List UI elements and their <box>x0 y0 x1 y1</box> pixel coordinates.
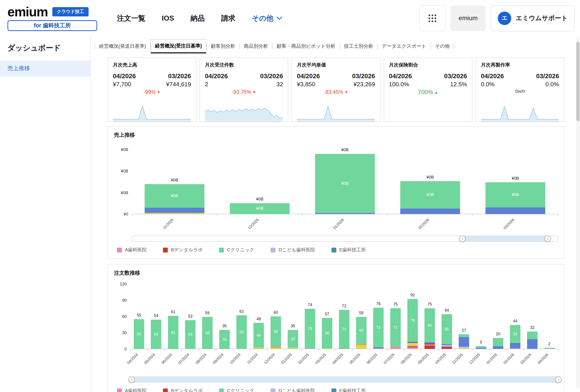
kpi-card: 月次受注件数04/202603/2026232-93.75%▼ <box>200 58 289 122</box>
kpi-value-previous: ¥23,269 <box>353 81 375 88</box>
legend-item[interactable]: A歯科医院 <box>117 388 146 392</box>
slider-handle-right[interactable] <box>544 235 551 242</box>
svg-text:02/2025: 02/2025 <box>297 353 310 365</box>
apps-grid-button[interactable] <box>419 5 445 31</box>
slider-handle-left[interactable] <box>459 235 465 242</box>
tab-item[interactable]: 技工士別分析 <box>340 40 377 53</box>
kpi-sparkline <box>389 104 467 122</box>
legend-label: E歯科技工所 <box>339 388 366 392</box>
nav-item[interactable]: その他 <box>252 13 281 23</box>
svg-text:11/2025: 11/2025 <box>162 218 174 230</box>
svg-text:44: 44 <box>513 319 517 323</box>
kpi-change-indicator: -83.45%▼ <box>297 89 375 96</box>
svg-text:¥0B: ¥0B <box>170 178 178 182</box>
kpi-change-indicator: -99%▼ <box>113 89 191 96</box>
kpi-period-current: 04/2026 <box>113 73 136 80</box>
sidebar-item-sales-trend[interactable]: 売上推移 <box>0 60 91 77</box>
legend-item[interactable]: Bデンタルラボ <box>163 247 203 253</box>
tab-divider <box>454 43 454 49</box>
svg-text:71: 71 <box>342 327 346 331</box>
svg-text:03/2026: 03/2026 <box>520 353 532 365</box>
tab-item[interactable]: 顧客別分析 <box>207 40 239 53</box>
logo[interactable]: emium クラウド技工 for 歯科技工所 <box>7 5 107 31</box>
tab-item[interactable]: 経営概況(発送日基準) <box>95 40 150 53</box>
kpi-period-row: 04/202603/2026 <box>389 73 467 80</box>
svg-text:12/2025: 12/2025 <box>468 353 481 365</box>
svg-text:¥0B: ¥0B <box>341 181 349 186</box>
slider-handle-left[interactable] <box>129 376 135 383</box>
svg-text:48: 48 <box>257 317 261 321</box>
page-scrollbar[interactable] <box>576 37 580 389</box>
workspace-button-label: emium <box>458 14 478 22</box>
nav-item[interactable]: 納品 <box>190 13 205 23</box>
apps-grid-icon <box>428 14 437 23</box>
sales-chart-range-slider[interactable] <box>131 236 559 242</box>
svg-text:59: 59 <box>205 311 210 315</box>
svg-text:75: 75 <box>393 302 398 306</box>
svg-text:33: 33 <box>291 337 295 341</box>
svg-text:02/2026: 02/2026 <box>418 218 430 230</box>
slider-handle-right[interactable] <box>555 376 561 383</box>
nav-item-label: 納品 <box>190 13 205 23</box>
page-scrollbar-thumb[interactable] <box>576 42 580 121</box>
legend-swatch <box>163 248 168 253</box>
legend-label: A歯科医院 <box>125 388 146 392</box>
slider-selection[interactable] <box>132 377 558 382</box>
tab-item[interactable]: 顧客・商品別ピボット分析 <box>273 40 339 53</box>
kpi-change-value: -93.75% <box>232 89 251 95</box>
kpi-period-previous: 03/2026 <box>536 73 559 80</box>
svg-text:09/2025: 09/2025 <box>417 353 430 365</box>
nav-item[interactable]: 注文一覧 <box>117 13 145 23</box>
kpi-card-title: 月次売上高 <box>113 62 191 68</box>
kpi-period-previous: 03/2026 <box>352 73 375 80</box>
support-account-button[interactable]: エ エミウムサポート <box>491 5 575 31</box>
legend-item[interactable]: E歯科技工所 <box>331 247 366 253</box>
legend-swatch <box>331 248 336 253</box>
legend-item[interactable]: Bデンタルラボ <box>163 388 203 392</box>
kpi-value-row: ¥7,700¥744,619 <box>113 81 191 88</box>
legend-item[interactable]: Dこども歯科医院 <box>271 388 315 392</box>
legend-item[interactable]: E歯科技工所 <box>331 388 366 392</box>
slider-selection[interactable] <box>462 236 548 241</box>
svg-text:5: 5 <box>480 340 482 345</box>
kpi-card: 月次保険割合04/202603/2026100.0%12.5%700%▲ <box>384 58 472 122</box>
nav-item[interactable]: IOS <box>162 14 174 22</box>
tab-item[interactable]: データエクスポート <box>378 40 430 53</box>
svg-text:¥0B: ¥0B <box>426 192 434 197</box>
top-navigation-bar: emium クラウド技工 for 歯科技工所 注文一覧IOS納品請求その他 em… <box>0 0 580 36</box>
svg-text:59: 59 <box>205 331 210 335</box>
svg-text:¥0B: ¥0B <box>121 147 128 152</box>
kpi-card: 月次平均単価04/202603/2026¥3,850¥23,269-83.45%… <box>291 58 380 122</box>
legend-item[interactable]: Cクリニック <box>219 388 254 392</box>
nav-item-label: IOS <box>162 14 174 22</box>
legend-item[interactable]: A歯科医院 <box>117 247 146 253</box>
legend-swatch <box>219 248 224 253</box>
order-chart-range-slider[interactable] <box>131 377 559 383</box>
tab-item[interactable]: 経営概況(受注日基準) <box>150 39 206 53</box>
svg-text:55: 55 <box>445 327 449 331</box>
svg-text:01/2026: 01/2026 <box>485 353 498 365</box>
legend-item[interactable]: Cクリニック <box>219 247 254 253</box>
kpi-value-previous: 0.0% <box>546 81 559 88</box>
svg-text:32: 32 <box>530 325 534 330</box>
legend-swatch <box>219 389 224 392</box>
workspace-button[interactable]: emium <box>450 5 486 31</box>
tab-item[interactable]: 商品別分析 <box>240 40 272 53</box>
legend-item[interactable]: Dこども歯科医院 <box>271 247 315 253</box>
kpi-value-row: 0.0%0.0% <box>481 81 559 88</box>
svg-text:50: 50 <box>359 328 364 333</box>
kpi-value-current: ¥7,700 <box>113 81 131 88</box>
nav-item[interactable]: 請求 <box>221 13 235 23</box>
tab-item[interactable]: その他 <box>431 40 454 53</box>
svg-text:04/2025: 04/2025 <box>331 353 344 365</box>
kpi-sparkline <box>205 103 283 122</box>
kpi-period-row: 04/202603/2026 <box>297 73 375 80</box>
kpi-value-row: 232 <box>205 81 283 88</box>
svg-text:64: 64 <box>445 308 449 312</box>
header-right-cluster: emium エ エミウムサポート <box>419 5 576 31</box>
kpi-change-value: -99% <box>144 89 156 95</box>
svg-text:53: 53 <box>188 314 192 319</box>
svg-text:07/2025: 07/2025 <box>383 353 395 365</box>
chart-title: 注文数推移 <box>113 269 559 279</box>
main-nav: 注文一覧IOS納品請求その他 <box>117 13 281 23</box>
